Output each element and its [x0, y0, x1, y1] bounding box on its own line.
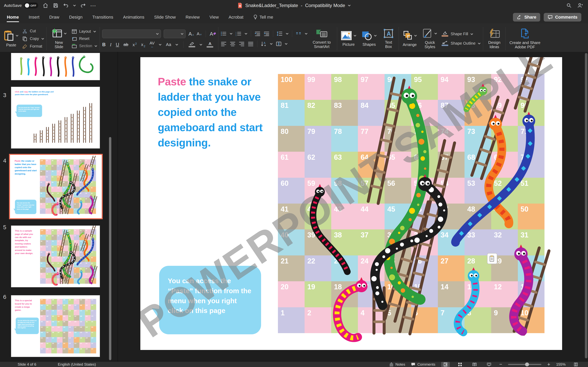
more-commands-icon[interactable]: ⋯: [90, 2, 96, 8]
slideshow-view-button[interactable]: [485, 362, 493, 367]
tab-insert[interactable]: Insert: [24, 11, 44, 24]
numbering-icon[interactable]: 123: [236, 31, 242, 36]
font-family-combo[interactable]: [102, 30, 161, 38]
tab-acrobat[interactable]: Acrobat: [224, 11, 248, 24]
undo-icon[interactable]: [63, 2, 69, 8]
cut-button[interactable]: Cut: [22, 29, 44, 34]
comments-status-button[interactable]: Comments: [411, 362, 435, 367]
quick-styles-button[interactable]: Quick Styles: [421, 28, 439, 49]
slide-thumbnail-4-selected[interactable]: Paste the snake or ladder that you have …: [9, 154, 103, 219]
presence-icon[interactable]: [577, 2, 583, 8]
decrease-font-button[interactable]: A˅: [197, 32, 202, 36]
font-family-input[interactable]: [104, 31, 156, 36]
redo-icon[interactable]: [80, 2, 86, 8]
text-box-button[interactable]: A Text Box: [381, 29, 396, 49]
slide-thumbnail-2[interactable]: [11, 53, 100, 80]
document-title[interactable]: Snake&Ladder_Template - Compatibility Mo…: [237, 2, 351, 8]
shapes-button[interactable]: Shapes: [360, 31, 378, 47]
comments-button[interactable]: Comments: [544, 13, 581, 22]
picture-button[interactable]: Picture: [339, 31, 357, 47]
paste-button[interactable]: Paste: [3, 30, 20, 47]
bullets-chevron-icon[interactable]: [230, 32, 233, 35]
convert-smartart-button[interactable]: Convert to SmartArt: [309, 25, 335, 53]
panel-scrollbar[interactable]: [109, 137, 111, 360]
tab-home[interactable]: Home: [2, 11, 24, 24]
subscript-button[interactable]: x2: [141, 42, 145, 47]
font-size-combo[interactable]: [164, 30, 186, 38]
align-right-icon[interactable]: [239, 42, 245, 46]
shape-fill-button[interactable]: Shape Fill: [441, 32, 481, 37]
increase-font-button[interactable]: A˄: [188, 31, 194, 36]
bold-button[interactable]: B: [102, 42, 105, 47]
paste-options-chip[interactable]: [487, 253, 497, 264]
tab-view[interactable]: View: [205, 11, 224, 24]
superscript-button[interactable]: x2: [133, 42, 137, 47]
justify-icon[interactable]: [248, 42, 254, 46]
adobe-pdf-button[interactable]: Create and Share Adobe PDF: [508, 25, 542, 53]
columns-chevron-icon[interactable]: [305, 32, 308, 35]
language-indicator[interactable]: English (United States): [58, 362, 96, 367]
zoom-in-button[interactable]: +: [547, 361, 550, 367]
tab-animations[interactable]: Animations: [118, 11, 149, 24]
tab-review[interactable]: Review: [181, 11, 205, 24]
home-icon[interactable]: [43, 2, 48, 8]
design-ideas-button[interactable]: Design Ideas: [485, 25, 503, 53]
autosave-toggle[interactable]: OFF: [24, 2, 38, 8]
change-case-button[interactable]: Aa: [166, 42, 171, 47]
share-button[interactable]: Share: [513, 13, 540, 22]
columns-icon[interactable]: [296, 31, 302, 36]
decrease-indent-icon[interactable]: [255, 31, 260, 36]
reset-button[interactable]: Reset: [72, 36, 97, 41]
font-color-button[interactable]: A: [207, 42, 213, 48]
change-case-chevron-icon[interactable]: [175, 43, 178, 46]
slide-sorter-view-button[interactable]: [456, 362, 464, 367]
slide-thumbnail-3[interactable]: Click and copy the ladders on this page …: [11, 87, 100, 149]
character-spacing-chevron-icon[interactable]: [159, 43, 162, 46]
slide-thumbnail-6[interactable]: This is a special board for you to creat…: [11, 295, 100, 357]
tab-design[interactable]: Design: [64, 11, 87, 24]
align-center-icon[interactable]: [230, 42, 236, 46]
slide-thumbnail-5[interactable]: This is a sample page of what you can do…: [11, 225, 100, 287]
increase-indent-icon[interactable]: [264, 31, 269, 36]
clear-formatting-button[interactable]: A: [210, 31, 216, 36]
undo-chevron-icon[interactable]: [73, 4, 76, 7]
section-button[interactable]: Section: [72, 44, 97, 48]
numbering-chevron-icon[interactable]: [245, 32, 247, 35]
align-text-chevron-icon[interactable]: [285, 42, 287, 45]
bullets-icon[interactable]: [221, 31, 227, 36]
zoom-out-button[interactable]: −: [499, 361, 502, 367]
tab-transitions[interactable]: Transitions: [87, 11, 118, 24]
line-spacing-icon[interactable]: [277, 31, 283, 36]
shape-outline-button[interactable]: Shape Outline: [441, 41, 481, 46]
slide-canvas[interactable]: Paste the snake or ladder that you have …: [140, 57, 562, 350]
notes-button[interactable]: Notes: [389, 362, 405, 367]
tab-draw[interactable]: Draw: [44, 11, 64, 24]
fit-slide-button[interactable]: [571, 362, 580, 367]
tab-tell-me[interactable]: Tell me: [248, 11, 278, 24]
strikethrough-button[interactable]: ab: [123, 42, 128, 47]
line-spacing-chevron-icon[interactable]: [286, 32, 288, 35]
save-icon[interactable]: [53, 2, 59, 8]
tab-slide-show[interactable]: Slide Show: [149, 11, 181, 24]
normal-view-button[interactable]: [441, 362, 450, 367]
align-left-icon[interactable]: [221, 42, 227, 46]
highlight-chevron-icon[interactable]: [199, 43, 202, 46]
format-button[interactable]: Format: [22, 44, 44, 49]
font-size-input[interactable]: [166, 31, 181, 36]
zoom-slider-knob[interactable]: [525, 362, 529, 367]
text-direction-chevron-icon[interactable]: [270, 42, 273, 45]
align-text-icon[interactable]: [276, 41, 282, 46]
copy-button[interactable]: Copy: [22, 36, 44, 41]
title-chevron-icon[interactable]: [348, 4, 351, 7]
zoom-slider[interactable]: [508, 364, 541, 365]
zoom-level[interactable]: 155%: [556, 362, 566, 367]
layout-button[interactable]: Layout: [72, 29, 97, 34]
new-slide-button[interactable]: New Slide: [49, 28, 69, 49]
italic-button[interactable]: I: [110, 42, 112, 47]
text-direction-icon[interactable]: A: [261, 41, 267, 46]
reading-view-button[interactable]: [470, 362, 479, 367]
arrange-button[interactable]: Arrange: [401, 31, 418, 47]
search-icon[interactable]: [566, 2, 572, 8]
underline-button[interactable]: U: [116, 42, 119, 47]
character-spacing-button[interactable]: AV↔: [149, 41, 155, 48]
